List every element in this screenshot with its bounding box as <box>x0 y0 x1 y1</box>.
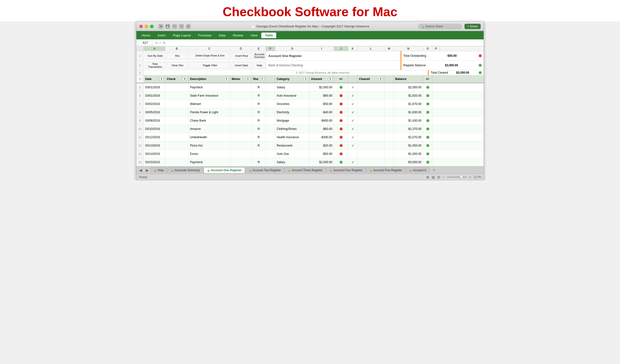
toggle-filter-button[interactable]: Toggle Filter <box>190 62 230 69</box>
balance-cell[interactable]: $1,830.00 <box>394 108 423 116</box>
rec-cell[interactable]: R <box>252 91 266 100</box>
category-cell[interactable]: Salary <box>275 158 310 166</box>
category-cell[interactable]: Mortgage <box>275 116 310 125</box>
bal-dot-cell[interactable] <box>423 116 433 125</box>
col-j[interactable]: J <box>334 46 348 51</box>
plusminus-cell[interactable] <box>334 108 348 116</box>
category-cell[interactable]: Electricity <box>275 108 310 116</box>
zoom-minus-icon[interactable]: − <box>443 175 445 179</box>
tab-insert[interactable]: Insert <box>154 32 169 38</box>
tab-account-s[interactable]: 🔒 Account S <box>406 167 430 173</box>
customize-icon[interactable]: ▼ <box>186 24 191 29</box>
cell-reference[interactable] <box>138 40 153 45</box>
desc-cell[interactable]: Florida Power & Light <box>188 108 230 116</box>
cleared-filter-btn[interactable]: ▼ <box>379 77 383 81</box>
check-cell[interactable] <box>165 133 188 141</box>
col-n[interactable]: N <box>394 46 423 51</box>
rec-button[interactable]: Rec <box>167 52 188 59</box>
zoom-slider[interactable] <box>447 177 467 178</box>
check-filter-btn[interactable]: ▼ <box>183 77 187 81</box>
check-cell[interactable] <box>165 125 188 133</box>
filter-rec[interactable]: Rec ▼ <box>252 75 266 83</box>
balance-cell[interactable]: $1,370.00 <box>394 125 423 133</box>
memo-cell[interactable] <box>230 116 252 125</box>
col-m[interactable]: M <box>385 46 394 51</box>
desc-cell[interactable]: Pizza Hut <box>188 141 230 149</box>
cleared-cell[interactable] <box>357 125 385 133</box>
filter-cleared[interactable]: Cleared ▼ <box>357 75 385 83</box>
confirm-formula-icon[interactable]: ✓ <box>159 41 162 45</box>
filter-plusminus[interactable]: +/- <box>334 75 348 83</box>
rec-cell[interactable]: R <box>252 100 266 108</box>
plusminus-cell[interactable] <box>334 116 348 125</box>
rec-cell[interactable]: R <box>252 116 266 125</box>
help-button[interactable]: Help <box>253 62 266 69</box>
plusminus-cell[interactable] <box>334 141 348 149</box>
redo-icon[interactable]: ↪ <box>179 24 184 29</box>
category-cell[interactable]: Salary <box>275 83 310 91</box>
grid-view-icon[interactable]: ⊞ <box>426 175 429 179</box>
cleared-cell[interactable] <box>357 83 385 91</box>
plusminus-cell[interactable] <box>334 91 348 100</box>
check-cell[interactable] <box>165 108 188 116</box>
tab-home[interactable]: Home <box>138 32 154 38</box>
bal-dot-cell[interactable] <box>423 125 433 133</box>
col-i[interactable]: I <box>310 46 334 51</box>
amount-cell[interactable]: -$80.00 <box>310 91 334 100</box>
new-transaction-button[interactable]: New Transaction <box>145 62 165 69</box>
memo-cell[interactable] <box>230 133 252 141</box>
delete-empty-button[interactable]: Delete Empty Rows & Sort <box>190 52 230 59</box>
balance-cell[interactable]: $1,050.00 <box>394 141 423 149</box>
balance-cell[interactable]: $1,870.00 <box>394 100 423 108</box>
undo-icon[interactable]: ↩ <box>172 24 177 29</box>
check-cell[interactable] <box>165 150 188 158</box>
check-cell[interactable] <box>165 100 188 108</box>
tab-account-two[interactable]: 🔒 Account Two Register <box>245 167 284 173</box>
tab-help[interactable]: 🔒 Help <box>151 167 167 173</box>
bal-dot-cell[interactable] <box>423 91 433 100</box>
table-row[interactable]: 11 03/12/2016 UnitedHealth R Health Insu… <box>136 133 484 141</box>
date-cell[interactable]: 03/08/2016 <box>144 116 165 125</box>
minimize-button[interactable] <box>145 25 148 28</box>
category-cell[interactable]: Restaurants <box>275 141 310 149</box>
date-cell[interactable]: 03/02/2016 <box>144 100 165 108</box>
amount-cell[interactable]: -$60.00 <box>310 125 334 133</box>
filter-desc[interactable]: Description ▼ <box>188 75 230 83</box>
tab-account-three[interactable]: 🔒 Account Three Register <box>284 167 326 173</box>
rec-cell[interactable] <box>252 150 266 158</box>
check-cell[interactable] <box>165 141 188 149</box>
tab-review[interactable]: Review <box>230 32 247 38</box>
desc-cell[interactable]: Walmart <box>188 100 230 108</box>
cleared-cell[interactable] <box>357 116 385 125</box>
desc-cell[interactable]: State Farm Insurance <box>188 91 230 100</box>
date-cell[interactable]: 03/12/2016 <box>144 133 165 141</box>
amount-cell[interactable]: -$50.00 <box>310 100 334 108</box>
balance-cell[interactable]: $2,000.00 <box>394 83 423 91</box>
tab-account-four[interactable]: 🔒 Account Four Register <box>326 167 366 173</box>
maximize-button[interactable] <box>150 25 154 28</box>
table-row[interactable]: 9 03/08/2016 Chase Bank R Mortgage -$400… <box>136 116 484 125</box>
plusminus-cell[interactable] <box>334 83 348 91</box>
filter-date[interactable]: Date ▼ <box>144 75 165 83</box>
search-box[interactable]: 🔍 Search Sheet <box>418 24 462 29</box>
rec-cell[interactable]: R <box>252 133 266 141</box>
category-cell[interactable]: Clothing/Shoes <box>275 125 310 133</box>
memo-cell[interactable] <box>230 158 252 166</box>
memo-cell[interactable] <box>230 141 252 149</box>
table-row[interactable]: 12 03/13/2016 Pizza Hut R Restaurants -$… <box>136 141 484 150</box>
memo-cell[interactable] <box>230 83 252 91</box>
col-b[interactable]: B <box>165 46 188 51</box>
cleared-cell[interactable] <box>357 108 385 116</box>
tab-accounts-summary[interactable]: 🔒 Accounts Summary <box>168 167 203 173</box>
bal-dot-cell[interactable] <box>423 158 433 166</box>
plusminus-cell[interactable] <box>334 158 348 166</box>
tab-account-five[interactable]: 🔒 Account Five Register <box>366 167 405 173</box>
col-e[interactable]: E <box>252 46 266 51</box>
amount-cell[interactable]: -$40.00 <box>310 108 334 116</box>
table-row[interactable]: 14 03/15/2016 Paycheck R Salary $2,000.0… <box>136 158 484 166</box>
cancel-formula-icon[interactable]: ✕ <box>155 41 158 45</box>
table-row[interactable]: 7 03/02/2016 Walmart R Groceries -$50.00… <box>136 100 484 108</box>
filter-check[interactable]: Check ▼ <box>165 75 188 83</box>
cleared-cell[interactable] <box>357 133 385 141</box>
date-filter-btn[interactable]: ▼ <box>159 77 164 81</box>
